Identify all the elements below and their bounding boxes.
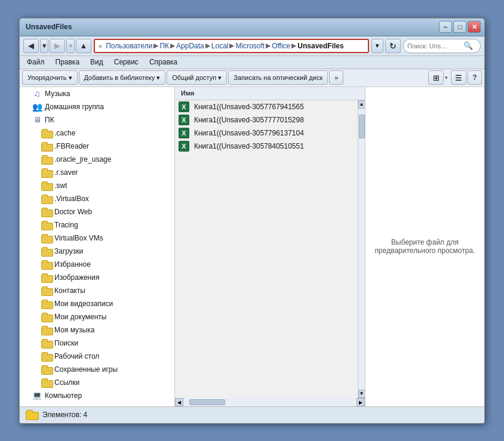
sidebar-item-computer[interactable]: 💻 Компьютер	[20, 389, 174, 402]
folder-icon-tracing	[41, 220, 52, 230]
sidebar-label-cache: .cache	[54, 129, 75, 137]
maximize-button[interactable]: □	[453, 21, 466, 33]
sidebar-label-computer: Компьютер	[45, 391, 82, 400]
bc-local[interactable]: Local	[211, 42, 229, 50]
file-item-1[interactable]: Книга1((Unsaved-3057767941565	[175, 100, 358, 113]
sidebar-label-rsaver: .r.saver	[54, 168, 78, 177]
menu-tools[interactable]: Сервис	[109, 57, 143, 67]
sidebar-item-images[interactable]: Изображения	[20, 271, 174, 284]
sidebar-item-cache[interactable]: .cache	[20, 127, 174, 140]
window-title: UnsavedFiles	[26, 23, 72, 31]
bc-users[interactable]: Пользователи	[106, 42, 152, 50]
pc-icon: 🖥	[32, 115, 42, 125]
view-dropdown-icon[interactable]: ▾	[445, 75, 448, 81]
folder-icon-fbreader	[41, 141, 52, 151]
sidebar-item-pc[interactable]: 🖥 ПК	[20, 113, 174, 127]
file-item-3[interactable]: Книга1((Unsaved-3057796137104	[175, 127, 358, 140]
sidebar-item-fbreader[interactable]: .FBReader	[20, 140, 174, 153]
hscroll-thumb[interactable]	[189, 399, 225, 405]
menu-bar: Файл Правка Вид Сервис Справка	[20, 56, 484, 69]
search-icon[interactable]: 🔍	[463, 41, 473, 50]
sidebar-item-links[interactable]: Ссылки	[20, 376, 174, 389]
up-button[interactable]: ▲	[76, 39, 91, 53]
minimize-button[interactable]: –	[439, 21, 452, 33]
menu-file[interactable]: Файл	[22, 57, 50, 67]
file-list-hscrollbar[interactable]: ◀ ▶	[175, 398, 365, 406]
forward-dropdown[interactable]: ▾	[66, 39, 75, 53]
more-tools-button[interactable]: »	[329, 70, 343, 85]
scroll-thumb[interactable]	[359, 115, 365, 138]
file-item-4[interactable]: Книга1((Unsaved-3057840510551	[175, 140, 358, 153]
status-folder-icon	[26, 410, 38, 420]
sidebar-item-contacts[interactable]: Контакты	[20, 284, 174, 297]
file-list-scroll[interactable]: Книга1((Unsaved-3057767941565 Книга1((Un…	[175, 100, 358, 398]
forward-button[interactable]: ▶	[50, 39, 65, 53]
preview-panel: Выберите файл для предварительного просм…	[365, 87, 484, 406]
hscroll-track[interactable]	[183, 398, 357, 406]
menu-view[interactable]: Вид	[85, 57, 108, 67]
sidebar-item-swt[interactable]: .swt	[20, 179, 174, 192]
close-button[interactable]: ✕	[468, 21, 481, 33]
back-button[interactable]: ◀	[23, 39, 39, 53]
sidebar-item-videos[interactable]: Мои видеозаписи	[20, 297, 174, 310]
toolbar: Упорядочить ▾ Добавить в библиотеку ▾ Об…	[20, 69, 484, 87]
search-input[interactable]	[407, 42, 461, 50]
sidebar-label-links: Ссылки	[54, 378, 79, 387]
sidebar-item-oracle[interactable]: .oracle_jre_usage	[20, 153, 174, 166]
sidebar-item-mymusic[interactable]: Моя музыка	[20, 323, 174, 337]
bc-microsoft[interactable]: Microsoft	[235, 42, 265, 50]
menu-help[interactable]: Справка	[145, 57, 182, 67]
organize-button[interactable]: Упорядочить ▾	[22, 70, 78, 85]
sidebar-item-rsaver[interactable]: .r.saver	[20, 166, 174, 179]
homegroup-icon: 👥	[32, 102, 42, 112]
scroll-down-arrow[interactable]: ▼	[358, 390, 365, 398]
file-list-scrollbar[interactable]: ▲ ▼	[358, 100, 365, 398]
bc-office[interactable]: Office	[272, 42, 290, 50]
sidebar-item-homegroup[interactable]: 👥 Домашняя группа	[20, 100, 174, 113]
sidebar-label-fbreader: .FBReader	[54, 142, 89, 150]
folder-icon-cache	[41, 128, 52, 138]
sidebar-label-virtualbox: .VirtualBox	[54, 195, 89, 203]
search-box[interactable]: 🔍	[403, 39, 481, 53]
bc-appdata[interactable]: AppData	[176, 42, 204, 50]
sidebar-item-downloads[interactable]: Загрузки	[20, 245, 174, 258]
back-dropdown[interactable]: ▾	[40, 39, 48, 53]
address-box[interactable]: « Пользователи ▶ ПК ▶ AppData ▶ Local ▶ …	[94, 39, 369, 53]
menu-edit[interactable]: Правка	[51, 57, 85, 67]
sidebar-item-searches[interactable]: Поиски	[20, 337, 174, 350]
scroll-up-arrow[interactable]: ▲	[358, 100, 365, 109]
sidebar-item-tracing[interactable]: Tracing	[20, 218, 174, 232]
sidebar-item-documents[interactable]: Мои документы	[20, 310, 174, 323]
folder-icon-searches	[41, 338, 52, 348]
view-list-button[interactable]: ☰	[451, 70, 466, 85]
sidebar-item-favorites[interactable]: Избранное	[20, 258, 174, 271]
sidebar-item-desktop[interactable]: Рабочий стол	[20, 350, 174, 363]
help-button[interactable]: ?	[468, 70, 482, 85]
sidebar-item-doctorweb[interactable]: Doctor Web	[20, 205, 174, 218]
bc-unsavedfiles[interactable]: UnsavedFiles	[297, 42, 343, 50]
hscroll-right-arrow[interactable]: ▶	[357, 398, 365, 406]
file-name-2: Книга1((Unsaved-3057777015298	[194, 116, 304, 124]
sidebar-item-vboxvms[interactable]: VirtualBox VMs	[20, 232, 174, 245]
hscroll-left-arrow[interactable]: ◀	[175, 398, 183, 406]
burn-button[interactable]: Записать на оптический диск	[228, 70, 328, 85]
view-details-button[interactable]: ⊞	[428, 70, 444, 85]
sidebar-item-music[interactable]: ♫ Музыка	[20, 87, 174, 100]
address-dropdown-button[interactable]: ▾	[371, 39, 383, 53]
sidebar-item-savedgames[interactable]: Сохраненные игры	[20, 363, 174, 376]
sidebar-tree: ♫ Музыка 👥 Домашняя группа 🖥 ПК	[20, 87, 175, 406]
share-button[interactable]: Общий доступ ▾	[167, 70, 227, 85]
bc-pc[interactable]: ПК	[159, 42, 169, 50]
add-library-button[interactable]: Добавить в библиотеку ▾	[79, 70, 166, 85]
title-bar: UnsavedFiles – □ ✕	[20, 18, 484, 36]
refresh-button[interactable]: ↻	[385, 39, 401, 53]
sidebar-label-music: Музыка	[45, 90, 70, 98]
status-count: Элементов: 4	[42, 411, 87, 419]
file-item-2[interactable]: Книга1((Unsaved-3057777015298	[175, 113, 358, 127]
column-name[interactable]: Имя	[177, 87, 198, 100]
sidebar-item-virtualbox[interactable]: .VirtualBox	[20, 192, 174, 205]
scroll-track[interactable]	[358, 109, 365, 390]
folder-icon-vboxvms	[41, 233, 52, 243]
sidebar-label-savedgames: Сохраненные игры	[54, 365, 118, 374]
file-name-3: Книга1((Unsaved-3057796137104	[194, 129, 304, 137]
